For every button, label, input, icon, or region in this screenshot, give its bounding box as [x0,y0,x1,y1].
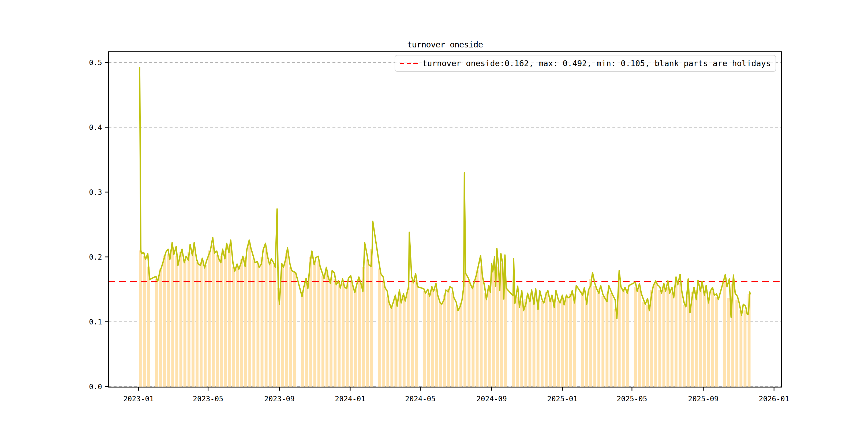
trading-week-bar [520,301,523,387]
trading-week-bar [537,300,539,387]
trading-week-bar [370,249,373,387]
trading-week-bar [407,287,410,387]
trading-week-bar [715,297,718,387]
trading-week-bar [265,249,268,387]
trading-week-bar [739,310,742,387]
trading-week-bar [273,265,276,387]
trading-week-bar [269,262,272,387]
trading-week-bar [195,261,198,387]
trading-week-bar [191,249,194,387]
trading-week-bar [390,306,393,388]
trading-week-bar [346,283,349,387]
trading-week-bar [646,305,649,387]
trading-week-bar [326,272,329,387]
trading-week-bar [467,281,470,387]
trading-week-bar [484,293,487,387]
trading-week-bar [350,280,353,387]
trading-week-bar [581,291,584,387]
trading-week-bar [703,290,706,387]
trading-week-bar [569,293,572,387]
trading-week-bar [244,258,247,387]
trading-week-bar [309,257,312,387]
trading-week-bar [601,296,604,387]
trading-week-bar [155,279,158,387]
trading-week-bar [614,309,617,387]
trading-week-bar [240,259,243,387]
trading-week-bar [443,295,446,387]
turnover-line [140,67,750,318]
trading-week-bar [585,297,588,387]
trading-week-bar [358,280,361,387]
trading-week-bar [147,267,150,387]
trading-week-bar [423,291,426,387]
trading-week-bar [248,244,251,387]
trading-week-bar [289,267,292,387]
trading-week-bar [342,283,345,387]
x-tick-label: 2023-05 [193,395,223,403]
trading-week-bar [139,250,142,387]
trading-week-bar [540,301,544,387]
trading-week-bar [435,289,438,387]
trading-week-bar [695,290,698,387]
trading-week-bar [378,269,381,387]
trading-week-bar [208,250,211,387]
y-tick-label: 0.2 [89,253,102,261]
trading-week-bar [492,272,495,387]
figure-canvas: 2023-012023-052023-092024-012024-052024-… [0,0,868,434]
trading-week-bar [699,286,702,387]
trading-week-bar [403,298,406,387]
trading-week-bar [488,285,491,387]
trading-week-bar [236,267,239,387]
trading-week-bar [683,305,686,387]
trading-week-bar [589,279,592,387]
trading-week-bar [642,302,645,387]
trading-week-bar [723,280,726,387]
trading-week-bar [512,296,515,387]
trading-week-bar [545,292,548,387]
trading-week-bar [476,270,479,387]
trading-week-bar [321,276,324,387]
trading-week-bar [411,280,414,387]
trading-week-bar [330,277,333,387]
x-tick-label: 2024-05 [405,395,436,403]
trading-week-bar [529,296,531,387]
trading-week-bar [675,281,678,387]
y-tick-label: 0.0 [89,382,102,391]
x-tick-label: 2025-05 [617,395,647,403]
trading-week-bar [175,256,178,387]
turnover-series-line [140,67,750,318]
trading-week-bar [565,297,568,387]
trading-week-bar [228,246,231,387]
x-tick-label: 2024-01 [335,395,365,403]
trading-week-bar [382,282,385,387]
x-tick-label: 2023-01 [123,395,154,403]
trading-week-bar [199,262,203,387]
legend-box: turnover_oneside:0.162, max: 0.492, min:… [395,55,776,72]
trading-week-bar [480,266,483,387]
trading-week-bar [261,257,264,387]
trading-week-bar [252,259,255,387]
trading-week-bar [256,265,259,387]
x-tick-label: 2026-01 [759,395,789,403]
trading-week-bar [395,301,398,387]
x-tick-label: 2023-09 [264,395,295,403]
trading-week-bar [232,267,235,387]
legend-label: turnover_oneside:0.162, max: 0.492, min:… [423,59,771,68]
trading-week-bar [496,267,499,387]
trading-week-bar [679,283,682,387]
trading-week-bar [386,297,389,387]
trading-week-bar [159,269,162,387]
x-tick-label: 2025-09 [688,395,718,403]
trading-week-bar [471,285,474,387]
trading-week-bar [606,293,609,387]
trading-week-bar [553,299,556,387]
trading-week-bar [666,287,670,387]
trading-week-bar [167,254,170,387]
trading-week-bar [415,280,418,387]
y-tick-label: 0.5 [89,58,102,67]
trading-week-bar [399,297,402,387]
trading-week-bar [354,289,357,387]
trading-week-bar [338,284,341,387]
trading-week-bar [634,287,637,387]
trading-week-bar [622,289,625,387]
